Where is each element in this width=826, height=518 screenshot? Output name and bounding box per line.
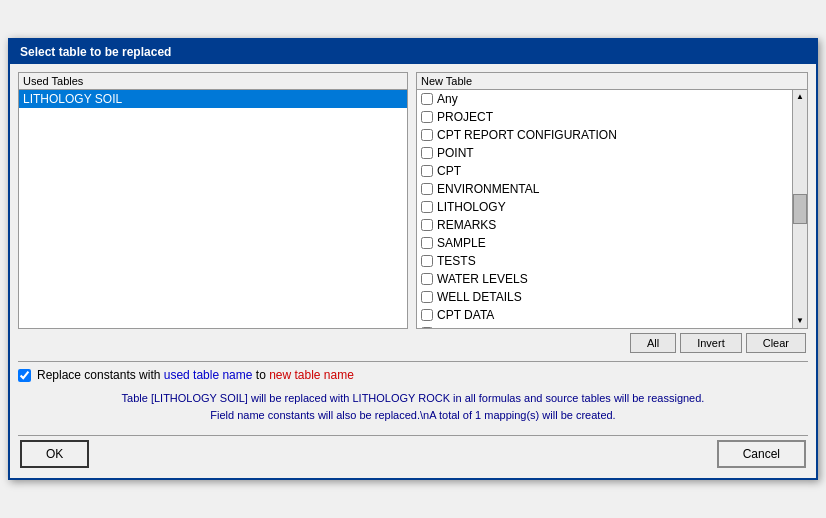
bottom-buttons: OK Cancel <box>18 435 808 470</box>
info-line2: Field name constants will also be replac… <box>18 407 808 424</box>
used-table-item[interactable]: LITHOLOGY SOIL <box>19 90 407 108</box>
cancel-button[interactable]: Cancel <box>717 440 806 468</box>
new-table-checkbox-sample[interactable] <box>421 237 433 249</box>
new-table-item-lithology[interactable]: LITHOLOGY <box>417 198 792 216</box>
new-table-item-well-details[interactable]: WELL DETAILS <box>417 288 792 306</box>
scrollbar-up-btn[interactable]: ▲ <box>796 90 804 104</box>
clear-button[interactable]: Clear <box>746 333 806 353</box>
invert-button[interactable]: Invert <box>680 333 742 353</box>
new-table-item-water-levels[interactable]: WATER LEVELS <box>417 270 792 288</box>
new-table-checkbox-cpt-report[interactable] <box>421 129 433 141</box>
new-table-checkbox-env-data[interactable] <box>421 327 433 329</box>
ok-button[interactable]: OK <box>20 440 89 468</box>
new-table-checkbox-lithology[interactable] <box>421 201 433 213</box>
panels-row: Used Tables LITHOLOGY SOIL New Table Any… <box>18 72 808 353</box>
new-table-checkbox-cpt-data[interactable] <box>421 309 433 321</box>
new-table-checkbox-any[interactable] <box>421 93 433 105</box>
new-table-scrollbar[interactable]: ▲ ▼ <box>792 89 808 329</box>
replace-checkbox[interactable] <box>18 369 31 382</box>
new-table-item-any[interactable]: Any <box>417 90 792 108</box>
scrollbar-thumb[interactable] <box>793 194 807 224</box>
select-table-dialog: Select table to be replaced Used Tables … <box>8 38 818 480</box>
info-line1: Table [LITHOLOGY SOIL] will be replaced … <box>18 390 808 407</box>
replace-row: Replace constants with used table name t… <box>18 368 808 382</box>
new-table-item-project[interactable]: PROJECT <box>417 108 792 126</box>
used-label: used table name <box>164 368 253 382</box>
used-tables-list[interactable]: LITHOLOGY SOIL <box>18 89 408 329</box>
new-table-label: New Table <box>416 72 808 89</box>
new-table-item-remarks[interactable]: REMARKS <box>417 216 792 234</box>
used-tables-panel: Used Tables LITHOLOGY SOIL <box>18 72 408 353</box>
replace-label: Replace constants with used table name t… <box>37 368 354 382</box>
new-table-item-env-data[interactable]: ENVIRONMENTAL DATA <box>417 324 792 329</box>
new-table-checkbox-tests[interactable] <box>421 255 433 267</box>
new-table-checkbox-cpt[interactable] <box>421 165 433 177</box>
new-table-item-cpt-report[interactable]: CPT REPORT CONFIGURATION <box>417 126 792 144</box>
new-table-item-cpt[interactable]: CPT <box>417 162 792 180</box>
new-table-item-sample[interactable]: SAMPLE <box>417 234 792 252</box>
new-table-item-point[interactable]: POINT <box>417 144 792 162</box>
dialog-content: Used Tables LITHOLOGY SOIL New Table Any… <box>10 64 816 478</box>
info-text: Table [LITHOLOGY SOIL] will be replaced … <box>18 390 808 423</box>
dialog-title-bar: Select table to be replaced <box>10 40 816 64</box>
new-table-item-environmental[interactable]: ENVIRONMENTAL <box>417 180 792 198</box>
new-table-item-tests[interactable]: TESTS <box>417 252 792 270</box>
new-label: new table name <box>269 368 354 382</box>
dialog-title: Select table to be replaced <box>20 45 171 59</box>
divider <box>18 361 808 362</box>
new-table-checkbox-point[interactable] <box>421 147 433 159</box>
new-table-item-cpt-data[interactable]: CPT DATA <box>417 306 792 324</box>
new-table-checkbox-remarks[interactable] <box>421 219 433 231</box>
new-table-panel: New Table Any PROJECT CPT REPORT CONFIGU… <box>416 72 808 353</box>
action-buttons: All Invert Clear <box>416 333 808 353</box>
used-tables-label: Used Tables <box>18 72 408 89</box>
new-table-checkbox-project[interactable] <box>421 111 433 123</box>
new-table-checkbox-environmental[interactable] <box>421 183 433 195</box>
all-button[interactable]: All <box>630 333 676 353</box>
new-table-checkbox-water-levels[interactable] <box>421 273 433 285</box>
scrollbar-down-btn[interactable]: ▼ <box>796 314 804 328</box>
new-tables-list[interactable]: Any PROJECT CPT REPORT CONFIGURATION POI… <box>416 89 792 329</box>
new-table-checkbox-well-details[interactable] <box>421 291 433 303</box>
